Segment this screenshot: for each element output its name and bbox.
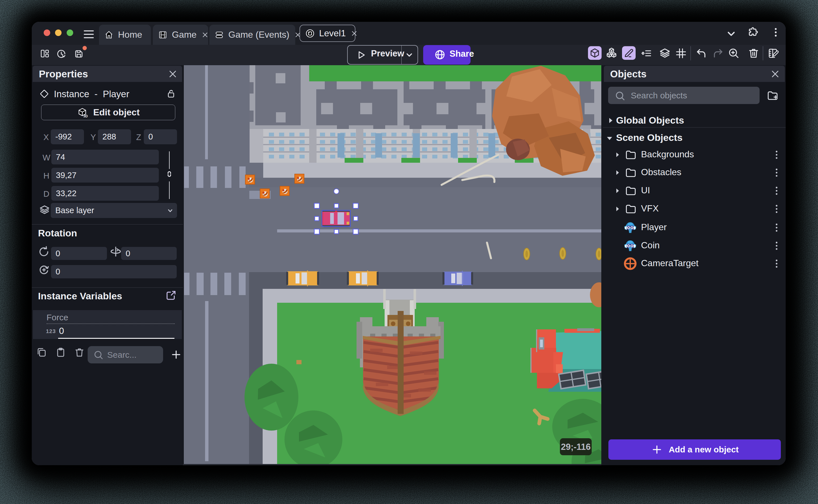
svg-text:29;-116: 29;-116	[561, 442, 591, 452]
svg-text:3D: 3D	[83, 114, 88, 118]
